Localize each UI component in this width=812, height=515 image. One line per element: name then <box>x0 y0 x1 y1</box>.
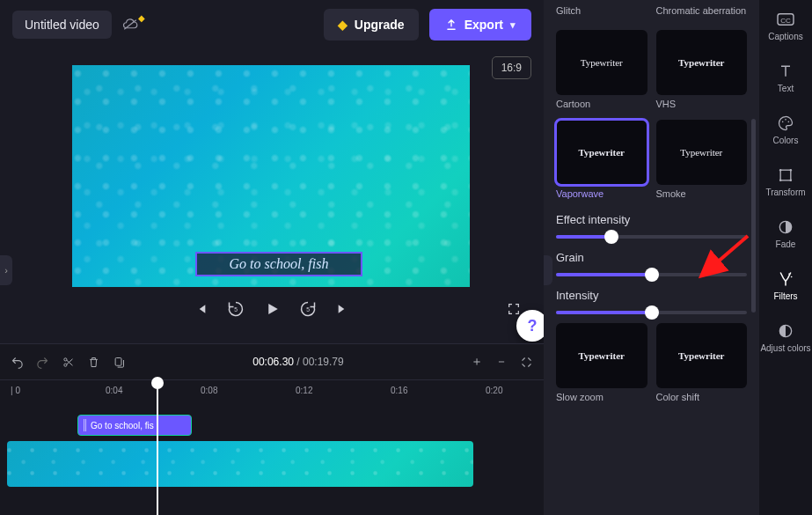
delete-button[interactable] <box>87 356 100 369</box>
sidebar-label: Transform <box>765 188 805 197</box>
intensity-slider[interactable] <box>556 311 747 314</box>
timeline: 00:06.30 / 00:19.79 ＋ － | 0 0:04 0:08 0:… <box>0 343 544 515</box>
grain-control: Grain <box>556 251 747 276</box>
filter-tile-vhs[interactable]: Typewriter VHS <box>656 30 748 109</box>
svg-point-16 <box>790 180 793 182</box>
sidebar-item-transform[interactable]: Transform <box>759 159 812 204</box>
cloud-sync-off-icon[interactable]: ◆ <box>122 18 138 31</box>
timeline-playhead[interactable] <box>157 380 158 515</box>
sidebar-label: Fade <box>776 239 796 249</box>
caption-clip[interactable]: Go to school, fis <box>77 415 192 436</box>
rewind-5-button[interactable]: 5 <box>227 300 245 318</box>
timeline-tracks[interactable]: Go to school, fis <box>0 404 544 510</box>
zoom-out-button[interactable]: － <box>495 354 508 370</box>
sidebar-item-text[interactable]: Text <box>759 55 812 100</box>
diamond-icon: ◆ <box>138 13 145 23</box>
transform-icon <box>777 166 794 184</box>
upload-icon <box>445 18 457 31</box>
sidebar-label: Captions <box>768 32 802 41</box>
svg-point-18 <box>788 273 790 275</box>
fade-icon <box>777 218 794 236</box>
svg-point-9 <box>782 121 784 123</box>
video-caption[interactable]: Go to school, fish <box>195 252 362 276</box>
split-clip-button[interactable] <box>62 356 75 369</box>
right-sidebar: CC Captions Text Colors Transform Fade F… <box>759 0 812 515</box>
svg-point-10 <box>785 119 786 121</box>
sidebar-label: Adjust colors <box>760 343 810 353</box>
panel-scrollbar[interactable] <box>751 119 756 436</box>
timeline-timecode: 00:06.30 / 00:19.79 <box>138 356 458 368</box>
captions-icon: CC <box>776 11 795 28</box>
svg-point-19 <box>791 276 793 278</box>
skip-back-button[interactable] <box>194 302 208 316</box>
expand-filter-panel-button[interactable]: ‹ <box>544 255 552 285</box>
svg-text:CC: CC <box>780 17 791 25</box>
svg-point-13 <box>779 169 782 172</box>
redo-button[interactable] <box>36 356 49 369</box>
intensity-control: Intensity <box>556 289 747 314</box>
ruler-tick: 0:16 <box>391 386 407 395</box>
expand-left-panel-button[interactable]: › <box>0 255 12 285</box>
timeline-ruler[interactable]: | 0 0:04 0:08 0:12 0:16 0:20 <box>0 379 544 404</box>
sidebar-item-colors[interactable]: Colors <box>759 107 812 152</box>
ruler-tick: | 0 <box>11 386 20 395</box>
zoom-fit-button[interactable] <box>520 356 533 369</box>
duplicate-button[interactable] <box>113 356 126 369</box>
ruler-tick: 0:20 <box>486 386 502 395</box>
ruler-tick: 0:08 <box>201 386 217 395</box>
slider-label: Effect intensity <box>556 213 747 226</box>
effect-intensity-control: Effect intensity <box>556 213 747 239</box>
ruler-tick: 0:12 <box>296 386 312 395</box>
sidebar-label: Filters <box>773 291 797 301</box>
effect-intensity-slider[interactable] <box>556 235 747 239</box>
text-icon <box>777 63 794 80</box>
svg-text:5: 5 <box>234 306 238 313</box>
sidebar-item-fade[interactable]: Fade <box>759 211 812 256</box>
skip-forward-button[interactable] <box>336 302 350 316</box>
sidebar-item-filters[interactable]: Filters <box>759 263 812 308</box>
aspect-ratio-chip[interactable]: 16:9 <box>492 56 531 79</box>
timeline-toolbar: 00:06.30 / 00:19.79 ＋ － <box>0 344 544 379</box>
zoom-in-button[interactable]: ＋ <box>471 354 483 370</box>
filter-tile-slow-zoom[interactable]: Typewriter Slow zoom <box>556 323 647 402</box>
player-controls: 5 5 ? ⌄ <box>0 287 544 331</box>
forward-5-button[interactable]: 5 <box>299 300 317 318</box>
filter-tile-smoke[interactable]: Typewriter Smoke <box>656 120 748 199</box>
filter-tile-label: Glitch <box>556 5 647 16</box>
play-button[interactable] <box>264 301 280 317</box>
svg-text:5: 5 <box>306 306 310 313</box>
filter-tile-vaporwave[interactable]: Typewriter Vaporwave <box>556 120 647 199</box>
slider-label: Grain <box>556 251 747 264</box>
caption-clip-label: Go to school, fis <box>91 421 154 430</box>
diamond-icon: ◆ <box>338 18 347 32</box>
filter-tile-cartoon[interactable]: Typewriter Cartoon <box>556 30 647 109</box>
video-clip[interactable] <box>7 441 473 487</box>
preview-area: 16:9 Go to school, fish 5 5 ? ⌄ <box>0 49 544 331</box>
fit-screen-button[interactable] <box>507 302 521 316</box>
export-label: Export <box>465 18 503 32</box>
filter-tile-color-shift[interactable]: Typewriter Color shift <box>656 323 748 402</box>
sidebar-item-adjust-colors[interactable]: Adjust colors <box>759 315 812 360</box>
sidebar-label: Colors <box>773 136 799 145</box>
grain-slider[interactable] <box>556 273 747 276</box>
clip-handle-left[interactable] <box>84 419 86 431</box>
filter-tile-label: Chromatic aberration <box>656 5 748 16</box>
project-title[interactable]: Untitled video <box>12 11 112 39</box>
svg-point-11 <box>788 121 790 123</box>
topbar: Untitled video ◆ ◆ Upgrade Export ▾ <box>0 0 544 49</box>
upgrade-button[interactable]: ◆ Upgrade <box>324 9 419 40</box>
svg-rect-12 <box>780 170 791 180</box>
ruler-tick: 0:04 <box>106 386 122 395</box>
adjust-colors-icon <box>777 322 794 340</box>
sidebar-label: Text <box>778 84 794 93</box>
palette-icon <box>777 114 794 132</box>
upgrade-label: Upgrade <box>355 18 405 32</box>
filters-icon <box>777 270 794 288</box>
undo-button[interactable] <box>11 356 24 369</box>
svg-rect-5 <box>115 357 121 365</box>
video-preview[interactable]: Go to school, fish <box>72 65 470 287</box>
svg-point-14 <box>790 169 793 172</box>
sidebar-item-captions[interactable]: CC Captions <box>759 4 812 48</box>
export-button[interactable]: Export ▾ <box>429 9 531 40</box>
chevron-down-icon: ▾ <box>510 19 516 31</box>
